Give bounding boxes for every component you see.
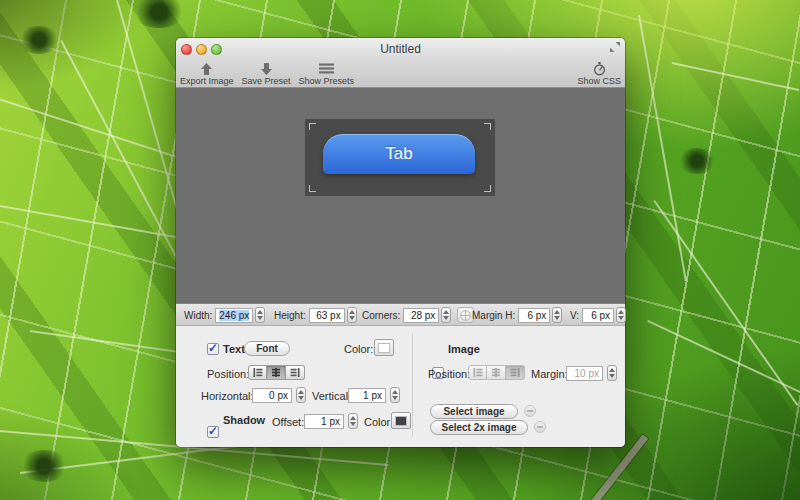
margin-v-stepper[interactable]	[616, 307, 626, 323]
margin-v-label: V:	[570, 310, 579, 321]
image-section-label: Image	[448, 343, 480, 355]
vertical-field[interactable]: 1 px	[348, 388, 386, 403]
tree-cluster	[678, 148, 716, 174]
select-2x-image-button[interactable]: Select 2x image	[430, 420, 528, 435]
vertical-stepper[interactable]	[390, 387, 400, 403]
stepper-up-icon[interactable]	[443, 310, 449, 314]
image-margin-field[interactable]: 10 px	[566, 366, 603, 381]
fullscreen-icon[interactable]	[610, 42, 620, 52]
horizontal-value: 0 px	[269, 390, 288, 401]
font-button[interactable]: Font	[244, 341, 290, 356]
settings-panel: ✓ Text Font Color: Position:	[176, 326, 625, 447]
height-stepper[interactable]	[347, 307, 357, 323]
save-preset-label: Save Preset	[242, 76, 291, 86]
stepper-down-icon[interactable]	[257, 316, 263, 320]
shadow-checkbox[interactable]: ✓	[207, 426, 219, 438]
preview-canvas[interactable]: Tab	[176, 88, 625, 303]
margin-v-field[interactable]: 6 px	[582, 308, 614, 323]
image-position-label: Position:	[428, 368, 470, 380]
text-position-control	[248, 365, 305, 380]
stepper-up-icon[interactable]	[618, 310, 624, 314]
stepper-up-icon[interactable]	[298, 390, 304, 394]
export-image-label: Export Image	[180, 76, 234, 86]
field-line	[638, 15, 687, 281]
window-title: Untitled	[176, 42, 625, 56]
shadow-color-well[interactable]	[391, 412, 411, 429]
align-left-icon	[473, 368, 483, 377]
stepper-up-icon[interactable]	[554, 310, 560, 314]
horizontal-stepper[interactable]	[296, 387, 306, 403]
horizontal-label: Horizontal:	[201, 390, 254, 402]
stepper-down-icon[interactable]	[392, 396, 398, 400]
remove-2x-image-button[interactable]	[534, 421, 546, 433]
align-center-button[interactable]	[487, 365, 506, 380]
corners-stepper[interactable]	[441, 307, 451, 323]
align-right-button[interactable]	[286, 365, 305, 380]
margin-h-stepper[interactable]	[552, 307, 562, 323]
show-presets-button[interactable]: Show Presets	[299, 62, 355, 86]
margin-h-field[interactable]: 6 px	[518, 308, 550, 323]
height-label: Height:	[274, 310, 306, 321]
export-image-button[interactable]: Export Image	[180, 62, 234, 86]
shadow-offset-field[interactable]: 1 px	[304, 414, 344, 429]
field-line	[653, 200, 798, 406]
select-image-button[interactable]: Select image	[430, 404, 518, 419]
stepper-up-icon[interactable]	[609, 368, 615, 372]
align-right-button[interactable]	[506, 365, 525, 380]
stepper-down-icon[interactable]	[554, 316, 560, 320]
text-checkbox[interactable]: ✓	[207, 343, 219, 355]
arrow-down-icon	[260, 62, 273, 75]
text-color-well[interactable]	[374, 339, 394, 356]
stepper-up-icon[interactable]	[350, 416, 356, 420]
width-field[interactable]: 246 px	[215, 308, 253, 323]
align-center-button[interactable]	[267, 365, 286, 380]
margin-h-label: Margin H:	[472, 310, 515, 321]
stepper-up-icon[interactable]	[257, 310, 263, 314]
stepper-up-icon[interactable]	[392, 390, 398, 394]
tree-cluster	[20, 450, 68, 482]
corners-label: Corners:	[362, 310, 400, 321]
horizontal-field[interactable]: 0 px	[252, 388, 292, 403]
tab-button-preview[interactable]: Tab	[323, 134, 475, 174]
align-left-icon	[253, 368, 263, 377]
stepper-down-icon[interactable]	[443, 316, 449, 320]
stepper-down-icon[interactable]	[349, 316, 355, 320]
stepper-down-icon[interactable]	[350, 422, 356, 426]
selection-handle-icon[interactable]	[309, 123, 316, 130]
image-margin-stepper[interactable]	[607, 365, 617, 381]
corners-field[interactable]: 28 px	[403, 308, 439, 323]
shadow-offset-value: 1 px	[321, 416, 340, 427]
dimensions-bar: Width: 246 px Height: 63 px Corners: 28 …	[176, 303, 625, 326]
selection-handle-icon[interactable]	[309, 185, 316, 192]
minus-icon	[537, 426, 543, 428]
checkmark-icon: ✓	[208, 341, 218, 355]
text-color-swatch	[378, 343, 390, 353]
save-preset-button[interactable]: Save Preset	[242, 62, 291, 86]
text-position-label: Position:	[207, 368, 249, 380]
vertical-value: 1 px	[363, 390, 382, 401]
tree-cluster	[18, 26, 60, 54]
stepper-down-icon[interactable]	[609, 374, 615, 378]
selection-handle-icon[interactable]	[484, 185, 491, 192]
checkmark-icon: ✓	[208, 424, 218, 438]
show-css-button[interactable]: Show CSS	[577, 62, 621, 86]
selection-handle-icon[interactable]	[484, 123, 491, 130]
shadow-offset-stepper[interactable]	[348, 413, 358, 429]
field-line	[647, 320, 800, 411]
text-color-label: Color:	[344, 343, 373, 355]
arrow-up-icon	[200, 62, 213, 75]
title-bar[interactable]: Untitled	[176, 38, 625, 60]
align-left-button[interactable]	[248, 365, 267, 380]
margin-h-value: 6 px	[527, 310, 546, 321]
stepper-down-icon[interactable]	[298, 396, 304, 400]
stepper-down-icon[interactable]	[618, 316, 624, 320]
height-field[interactable]: 63 px	[309, 308, 345, 323]
width-stepper[interactable]	[255, 307, 265, 323]
stepper-up-icon[interactable]	[349, 310, 355, 314]
align-center-icon	[271, 368, 281, 377]
image-position-control	[468, 365, 525, 380]
align-left-button[interactable]	[468, 365, 487, 380]
remove-image-button[interactable]	[524, 405, 536, 417]
preview-frame[interactable]: Tab	[305, 119, 495, 196]
align-center-icon	[491, 368, 501, 377]
